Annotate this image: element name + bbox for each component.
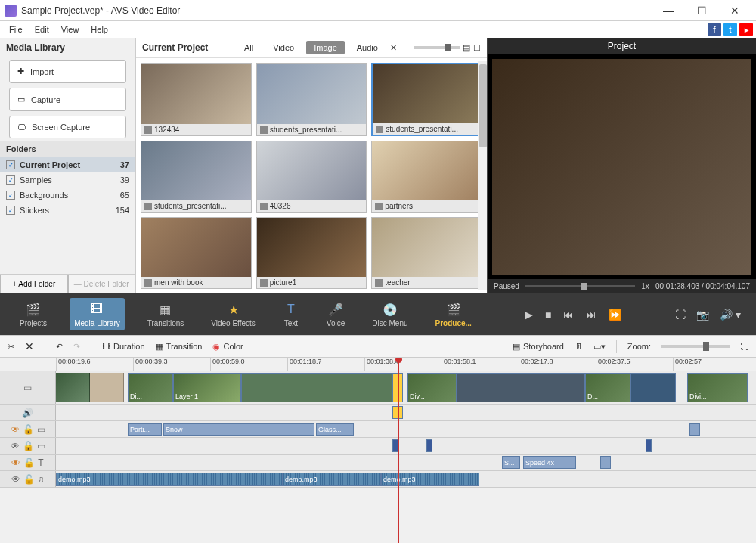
zoom-slider[interactable] [662,345,730,348]
checkbox-icon[interactable]: ✓ [6,175,15,185]
link-clip[interactable] [392,406,403,419]
twitter-icon[interactable]: t [723,23,737,36]
video-clip[interactable] [241,373,392,402]
scrollbar[interactable] [478,61,487,290]
redo-button[interactable]: ↷ [73,342,80,352]
fx-clip[interactable]: Snow [163,423,314,436]
checkbox-icon[interactable]: ✓ [6,191,15,200]
audio-clip[interactable]: demo.mp3 [283,473,381,486]
menu-file[interactable]: File [3,23,29,36]
tab-video[interactable]: Video [265,41,302,54]
media-item[interactable]: men with book [141,217,252,289]
transition-button[interactable]: ▦Transition [156,342,203,352]
media-item[interactable]: partners [371,141,482,213]
delete-button[interactable]: ✕ [25,340,34,352]
audio-mixer-icon[interactable]: 🎚 [575,342,583,351]
speed-clip[interactable] [600,456,611,469]
play-button[interactable]: ▶ [525,309,533,321]
mode-video-effects[interactable]: ★Video Effects [206,298,260,330]
list-view-icon[interactable]: ▤ [463,43,470,53]
fx-track-head[interactable]: 👁🔓▭ [0,421,56,437]
snapshot-icon[interactable]: 📷 [696,309,709,321]
minimize-button[interactable]: — [652,0,685,21]
overlay-clip[interactable] [392,439,398,452]
media-item[interactable]: 40326 [256,141,367,213]
media-item[interactable]: students_presentati... [141,141,252,213]
video-track-head[interactable]: ▭ [0,371,56,404]
screen-capture-button[interactable]: 🖵Screen Capture [9,116,126,138]
prev-button[interactable]: ⏮ [563,309,574,321]
fx-clip[interactable]: Glass... [316,423,354,436]
video-clip[interactable]: Layer 1 [173,373,241,402]
video-clip[interactable] [457,373,585,402]
audio-clip[interactable]: demo.mp3 [56,473,283,486]
media-item[interactable]: teacher [371,217,482,289]
storyboard-button[interactable]: ▤Storyboard [513,342,564,352]
media-item[interactable]: 132434 [141,63,252,136]
maximize-button[interactable]: ☐ [685,0,718,21]
duration-button[interactable]: 🎞Duration [102,342,145,351]
mode-voice[interactable]: 🎤Voice [322,298,349,330]
overlay-clip[interactable] [426,439,432,452]
layers-icon[interactable]: ▭▾ [593,342,606,352]
audio-track-head[interactable]: 👁🔓♫ [0,471,56,487]
mode-projects[interactable]: 🎬Projects [15,298,51,330]
mode-disc-menu[interactable]: 💿Disc Menu [367,298,412,330]
speed-clip[interactable]: Speed 4x [523,456,576,469]
mode-produce[interactable]: 🎬Produce... [431,298,476,330]
video-clip[interactable]: Divi... [687,373,748,402]
preview-image[interactable] [492,59,751,275]
menu-view[interactable]: View [55,23,85,36]
text-track-head[interactable]: 👁🔓T [0,455,56,470]
facebook-icon[interactable]: f [708,23,721,36]
audio-link-head[interactable]: 🔊 [0,405,56,420]
close-button[interactable]: ✕ [718,0,751,21]
audio-clip[interactable]: demo.mp3 [381,473,479,486]
playhead[interactable] [398,358,399,543]
video-clip[interactable]: D... [585,373,631,402]
folder-stickers[interactable]: ✓Stickers154 [0,203,135,218]
media-item[interactable]: students_presentati... [256,63,367,136]
speed-slider[interactable] [525,285,635,287]
mode-transitions[interactable]: ▦Transitions [143,298,189,330]
mode-media-library[interactable]: 🎞Media Library [70,298,125,330]
split-button[interactable]: ✂ [8,342,14,352]
zoom-fit-icon[interactable]: ⛶ [740,342,748,351]
menu-help[interactable]: Help [85,23,114,36]
menu-edit[interactable]: Edit [29,23,55,36]
tab-all[interactable]: All [237,41,261,54]
volume-icon[interactable]: 🔊 ▾ [720,309,741,321]
next-button[interactable]: ⏭ [586,309,596,321]
fx-clip[interactable]: Parti... [128,423,162,436]
capture-button[interactable]: ▭Capture [9,88,126,111]
overlay-track-head[interactable]: 👁🔓▭ [0,438,56,454]
speed-clip[interactable]: S... [502,456,520,469]
fullscreen-icon[interactable]: ⛶ [675,309,686,321]
media-item[interactable]: picture1 [256,217,367,289]
color-button[interactable]: ◉Color [212,342,243,352]
folder-samples[interactable]: ✓Samples39 [0,172,135,188]
grid-view-icon[interactable]: ☐ [473,43,481,53]
timeline-ruler[interactable]: 00:00:19.600:00:39.300:00:59.000:01:18.7… [0,358,756,371]
media-item[interactable]: students_presentati... [371,63,482,136]
video-clip[interactable] [631,373,676,402]
video-clip[interactable]: Di... [128,373,173,402]
add-folder-button[interactable]: + Add Folder [0,275,68,293]
skip-button[interactable]: ⏩ [609,309,621,321]
import-button[interactable]: ✚Import [9,60,126,83]
fx-clip[interactable] [689,423,700,436]
folder-backgrounds[interactable]: ✓Backgrounds65 [0,188,135,203]
tab-image[interactable]: Image [306,41,345,54]
thumbnail-size-slider[interactable] [414,46,460,49]
video-clip[interactable]: Div... [407,373,457,402]
video-track-body[interactable]: Di... Layer 1 Div... D... Divi... [56,371,756,404]
folder-current-project[interactable]: ✓Current Project37 [0,157,135,172]
checkbox-icon[interactable]: ✓ [6,206,15,215]
youtube-icon[interactable]: ▸ [739,23,753,36]
checkbox-icon[interactable]: ✓ [6,160,15,169]
stop-button[interactable]: ■ [545,309,551,321]
overlay-clip[interactable] [646,439,652,452]
mode-text[interactable]: TText [278,298,304,330]
undo-button[interactable]: ↶ [56,342,63,352]
tab-audio[interactable]: Audio [349,41,386,54]
